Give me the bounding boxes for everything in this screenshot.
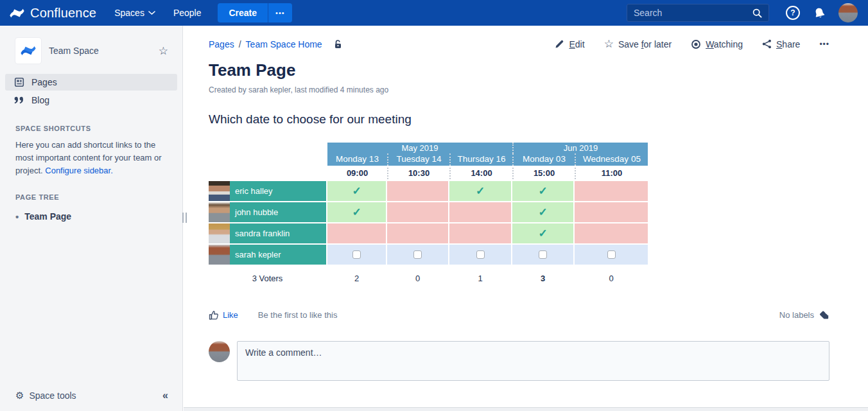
navbar-more-button[interactable]: •••: [268, 3, 292, 22]
favorite-star-icon[interactable]: ☆: [159, 44, 168, 58]
participant-row-header: sandra franklin: [209, 223, 326, 243]
space-shortcuts-text: Here you can add shortcut links to the m…: [0, 139, 182, 177]
space-sidebar: Team Space ☆ Pages B: [0, 26, 183, 411]
create-button[interactable]: Create: [218, 3, 268, 22]
day-header: Tuesday 14: [387, 153, 449, 166]
vote-cell[interactable]: [327, 245, 386, 265]
vote-count: 0: [575, 274, 648, 283]
star-icon: ☆: [604, 37, 614, 51]
vote-cell[interactable]: ✓: [512, 223, 573, 243]
watching-button[interactable]: Watching: [691, 39, 743, 49]
page-more-button[interactable]: •••: [819, 40, 829, 49]
month-header: Jun 2019: [512, 143, 648, 153]
brand-name: Confluence: [30, 6, 96, 21]
vote-cell[interactable]: [387, 223, 448, 243]
participant-row-header: john hubble: [209, 202, 326, 222]
space-tools-button[interactable]: ⚙ Space tools: [15, 390, 76, 401]
user-avatar[interactable]: [838, 3, 858, 22]
notifications-bell-icon[interactable]: [813, 6, 826, 20]
time-header: 10:30: [387, 168, 449, 179]
tree-bullet: •: [15, 212, 19, 222]
vote-cell[interactable]: ✓: [512, 181, 573, 201]
vote-cell[interactable]: [387, 202, 448, 222]
vote-cell[interactable]: [575, 223, 648, 243]
share-button[interactable]: Share: [762, 39, 800, 49]
participant-avatar: [209, 202, 230, 222]
poll-times-row: 09:00 10:30 14:00 15:00 11:00: [327, 168, 648, 179]
participant-name: eric halley: [230, 181, 326, 201]
configure-sidebar-link[interactable]: Configure sidebar.: [45, 166, 113, 175]
page-actions: Edit ☆ Save for later Watching: [555, 37, 829, 51]
vote-cell[interactable]: ✓: [327, 202, 386, 222]
chevron-down-icon: [148, 11, 155, 15]
time-header: 15:00: [512, 168, 575, 179]
pages-icon: [14, 77, 24, 87]
no-labels-text: No labels: [779, 310, 814, 320]
comment-box[interactable]: [237, 341, 829, 381]
page-title: Team Page: [209, 60, 829, 80]
confluence-app: Confluence Spaces People Create •••: [0, 0, 868, 411]
sidebar-resize-handle[interactable]: [182, 213, 187, 223]
vote-cell[interactable]: [575, 202, 648, 222]
space-shortcuts-heading: SPACE SHORTCUTS: [0, 125, 182, 132]
search-box[interactable]: [627, 4, 769, 22]
participant-avatar: [209, 245, 230, 265]
breadcrumb-pages-link[interactable]: Pages: [209, 39, 234, 49]
search-input[interactable]: [634, 8, 752, 18]
check-icon: ✓: [538, 207, 547, 218]
vote-checkbox[interactable]: [539, 250, 547, 259]
breadcrumb-space-home-link[interactable]: Team Space Home: [246, 39, 322, 49]
vote-cell[interactable]: [575, 181, 648, 201]
vote-cell[interactable]: [575, 245, 648, 265]
sidebar-item-pages[interactable]: Pages: [5, 74, 177, 91]
vote-checkbox[interactable]: [607, 250, 616, 259]
like-button[interactable]: Like: [209, 310, 238, 320]
edit-button[interactable]: Edit: [555, 39, 584, 49]
participant-avatar: [209, 223, 230, 243]
comment-input[interactable]: [238, 342, 829, 380]
vote-cell[interactable]: ✓: [449, 181, 511, 201]
time-header: 11:00: [575, 168, 648, 179]
vote-count: 2: [327, 274, 386, 283]
vote-cell[interactable]: ✓: [327, 181, 386, 201]
sidebar-item-blog[interactable]: Blog: [5, 92, 177, 109]
vote-checkbox[interactable]: [352, 250, 361, 259]
vote-cell[interactable]: [449, 245, 511, 265]
nav-people[interactable]: People: [173, 8, 202, 18]
save-for-later-button[interactable]: ☆ Save for later: [604, 37, 672, 51]
space-logo-icon[interactable]: [15, 38, 41, 64]
check-icon: ✓: [538, 186, 547, 197]
vote-cell[interactable]: [327, 223, 386, 243]
search-icon[interactable]: [752, 8, 762, 18]
voters-total: 3 Voters: [209, 274, 326, 283]
pencil-icon: [555, 39, 564, 49]
participant-row-header: eric halley: [209, 181, 326, 201]
confluence-home-link[interactable]: Confluence: [9, 5, 96, 21]
space-name[interactable]: Team Space: [49, 46, 99, 56]
vote-checkbox[interactable]: [413, 250, 422, 259]
breadcrumb-separator: /: [239, 39, 241, 49]
labels-button[interactable]: No labels: [779, 310, 829, 320]
vote-cell[interactable]: [449, 202, 511, 222]
check-icon: ✓: [352, 186, 361, 197]
vote-cell[interactable]: [512, 245, 573, 265]
vote-count: 3: [512, 274, 573, 283]
month-header: May 2019: [327, 143, 512, 153]
confluence-logo-icon: [9, 5, 25, 21]
page-tree-item-team-page[interactable]: • Team Page: [0, 211, 182, 222]
thumbs-up-icon: [209, 310, 219, 320]
help-icon[interactable]: ?: [786, 6, 800, 20]
vote-cell[interactable]: ✓: [512, 202, 573, 222]
unrestricted-lock-icon[interactable]: [333, 39, 343, 49]
like-label: Like: [223, 310, 238, 320]
vote-cell[interactable]: [387, 181, 448, 201]
vote-checkbox[interactable]: [476, 250, 485, 259]
vote-cell[interactable]: [387, 245, 448, 265]
nav-spaces[interactable]: Spaces: [114, 8, 155, 18]
like-hint: Be the first to like this: [258, 310, 338, 320]
participant-name: sandra franklin: [230, 223, 326, 243]
top-navbar: Confluence Spaces People Create •••: [0, 0, 868, 26]
vote-cell[interactable]: [449, 223, 511, 243]
tag-icon: [819, 310, 829, 320]
collapse-sidebar-button[interactable]: «: [162, 390, 168, 401]
